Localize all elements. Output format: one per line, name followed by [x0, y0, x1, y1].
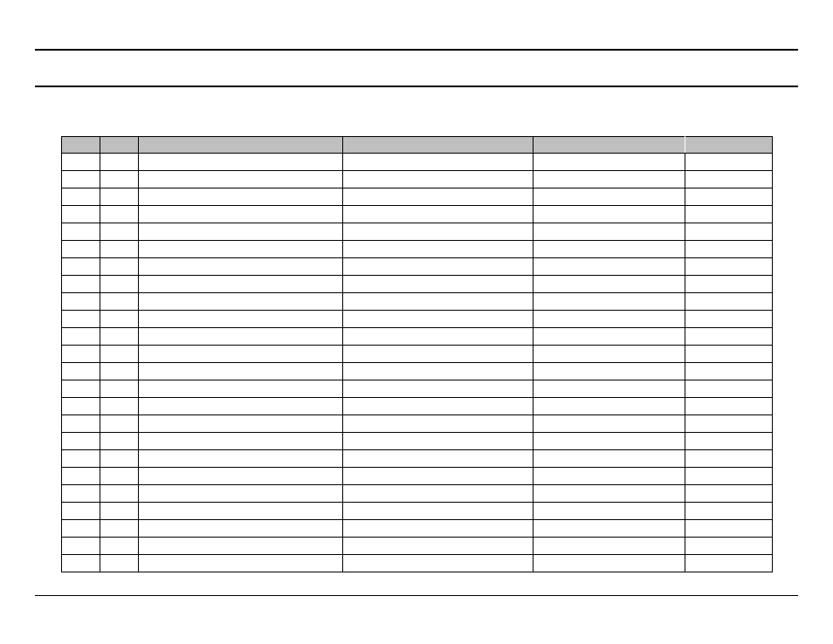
table-row: [62, 485, 773, 503]
table-cell: [685, 241, 773, 258]
table-cell: [139, 415, 343, 433]
table-cell: [139, 188, 343, 206]
table-row: [62, 503, 773, 520]
table-cell: [534, 206, 685, 223]
table-cell: [100, 206, 139, 223]
table-cell: [62, 328, 100, 346]
table-cell: [534, 188, 685, 206]
table-cell: [685, 380, 773, 398]
table-header-cell: [62, 137, 100, 154]
table-cell: [62, 520, 100, 538]
table-cell: [62, 555, 100, 572]
table-cell: [100, 433, 139, 450]
table-cell: [534, 468, 685, 485]
table-cell: [62, 171, 100, 188]
table-cell: [100, 468, 139, 485]
table-cell: [62, 503, 100, 520]
table-cell: [343, 555, 534, 572]
table-header-row: [62, 137, 773, 154]
table-cell: [685, 468, 773, 485]
table-row: [62, 555, 773, 572]
table-cell: [685, 398, 773, 415]
table-cell: [685, 520, 773, 538]
table-cell: [343, 154, 534, 171]
table-cell: [139, 485, 343, 503]
table-cell: [139, 206, 343, 223]
table-body: [62, 154, 773, 572]
table-cell: [100, 520, 139, 538]
table-cell: [100, 503, 139, 520]
table-cell: [62, 398, 100, 415]
table-cell: [62, 346, 100, 363]
table-cell: [534, 276, 685, 293]
table-cell: [62, 188, 100, 206]
table-cell: [685, 555, 773, 572]
table-row: [62, 223, 773, 241]
table-cell: [100, 450, 139, 468]
table-cell: [139, 380, 343, 398]
table-cell: [685, 188, 773, 206]
table-cell: [685, 258, 773, 276]
table-header-cell: [685, 137, 773, 154]
table-row: [62, 293, 773, 311]
table-cell: [62, 468, 100, 485]
table-row: [62, 328, 773, 346]
table-cell: [685, 346, 773, 363]
table-cell: [685, 450, 773, 468]
table-cell: [685, 311, 773, 328]
table-header-cell: [139, 137, 343, 154]
table-row: [62, 450, 773, 468]
table-cell: [343, 258, 534, 276]
table-cell: [100, 346, 139, 363]
table-row: [62, 276, 773, 293]
table-cell: [139, 171, 343, 188]
table-cell: [139, 503, 343, 520]
table-cell: [685, 485, 773, 503]
table-cell: [62, 415, 100, 433]
table-cell: [62, 293, 100, 311]
table-cell: [685, 293, 773, 311]
table-cell: [534, 171, 685, 188]
table-cell: [685, 433, 773, 450]
data-table: [61, 136, 773, 572]
table-cell: [685, 363, 773, 380]
table-cell: [100, 555, 139, 572]
table-cell: [343, 223, 534, 241]
table-cell: [534, 398, 685, 415]
table-cell: [139, 450, 343, 468]
table-cell: [139, 241, 343, 258]
table-cell: [139, 363, 343, 380]
table-cell: [62, 538, 100, 555]
table-cell: [100, 258, 139, 276]
table-cell: [139, 311, 343, 328]
table-cell: [534, 520, 685, 538]
table-cell: [100, 415, 139, 433]
table-row: [62, 520, 773, 538]
table-cell: [139, 258, 343, 276]
table-cell: [343, 468, 534, 485]
table-cell: [534, 503, 685, 520]
table-cell: [343, 206, 534, 223]
table-cell: [62, 311, 100, 328]
table-cell: [534, 223, 685, 241]
table-cell: [139, 154, 343, 171]
table-cell: [62, 363, 100, 380]
table-cell: [534, 346, 685, 363]
table-cell: [343, 346, 534, 363]
table-cell: [685, 503, 773, 520]
table-row: [62, 433, 773, 450]
table-cell: [534, 433, 685, 450]
table-cell: [343, 503, 534, 520]
table-row: [62, 380, 773, 398]
table-cell: [62, 154, 100, 171]
table-header-cell: [343, 137, 534, 154]
table-cell: [139, 468, 343, 485]
table-cell: [139, 223, 343, 241]
table-cell: [534, 241, 685, 258]
table-cell: [100, 363, 139, 380]
table-header: [62, 137, 773, 154]
table-cell: [100, 398, 139, 415]
table-cell: [685, 276, 773, 293]
table-cell: [139, 520, 343, 538]
table-cell: [62, 433, 100, 450]
